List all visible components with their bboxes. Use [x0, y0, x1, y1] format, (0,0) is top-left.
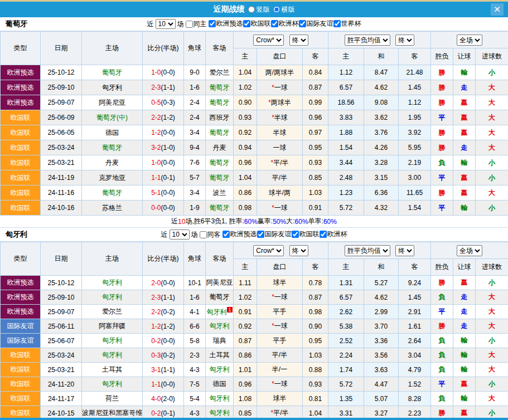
- same-venue-filter[interactable]: 同客: [200, 230, 221, 240]
- goals-cell: 大: [476, 319, 508, 334]
- handicap-result-cell: 走: [453, 305, 476, 319]
- avg-time-select[interactable]: 终: [395, 35, 414, 46]
- result-cell: 勝: [431, 125, 453, 140]
- bookmaker-select[interactable]: Crow*: [253, 245, 284, 256]
- league-checkbox[interactable]: [299, 20, 306, 27]
- bookmaker-select[interactable]: Crow*: [253, 35, 284, 46]
- layout-horizontal-option[interactable]: 横版: [273, 5, 295, 14]
- avg-draw-cell: 3.15: [364, 170, 399, 185]
- result-cell: 平: [431, 201, 453, 216]
- avg-draw-cell: 5.27: [364, 276, 399, 290]
- league-filter[interactable]: 欧洲预选: [209, 19, 243, 28]
- league-checkbox[interactable]: [257, 231, 264, 238]
- avg-type-select[interactable]: 胜平负均值: [345, 35, 390, 46]
- avg-time-select[interactable]: 终: [395, 245, 414, 256]
- odds-time-select[interactable]: 终: [289, 35, 308, 46]
- home-odds-cell: 0.87: [234, 334, 257, 348]
- league-filter[interactable]: 世界杯: [333, 19, 361, 28]
- close-icon[interactable]: ✕: [491, 3, 504, 16]
- league-filter[interactable]: 欧国联: [292, 229, 320, 239]
- same-venue-checkbox[interactable]: [200, 231, 207, 238]
- league-cell: 欧国联: [1, 110, 41, 125]
- col-goals: 进球数: [476, 259, 508, 276]
- horizontal-radio[interactable]: [273, 6, 280, 13]
- league-filter[interactable]: 国际友谊: [257, 229, 292, 239]
- portugal-summary: 近10场,胜6平3负1, 胜率:60% 赢率:50% 大:60% 单率:60%: [0, 216, 508, 228]
- corners-cell: 10-1: [184, 276, 206, 290]
- red-card-badge: 1: [227, 307, 232, 312]
- result-cell: 勝: [431, 185, 453, 201]
- avg-draw-cell: 3.36: [364, 334, 399, 348]
- match-row: 欧国联25-06-09葡萄牙(中)2-2(1-2)2-4西班牙0.93*半球0.…: [1, 110, 508, 125]
- away-team-cell: 土耳其: [206, 348, 234, 363]
- scope-select[interactable]: 全场: [457, 35, 482, 46]
- odds-time-select[interactable]: 终: [289, 245, 308, 256]
- scope-group-header: 全场: [431, 32, 508, 48]
- away-team-cell: 葡萄牙: [206, 95, 234, 110]
- vertical-radio[interactable]: [248, 6, 255, 13]
- handicap-cell: 平手: [257, 334, 303, 348]
- league-checkbox[interactable]: [243, 20, 250, 27]
- col-home: 主场: [82, 242, 143, 276]
- scope-select[interactable]: 全场: [457, 245, 482, 256]
- league-filter[interactable]: 欧国联: [243, 19, 271, 28]
- away-team-cell: 葡萄牙: [206, 80, 234, 95]
- home-team-cell: 苏格兰: [82, 201, 143, 216]
- handicap-result-cell: 輸: [453, 65, 476, 80]
- corners-cell: 5-7: [184, 170, 206, 185]
- league-cell: 欧国联: [1, 348, 41, 363]
- same-venue-filter[interactable]: 同主: [186, 19, 207, 29]
- corners-cell: 3-4: [184, 125, 206, 140]
- away-team-cell: 葡萄牙: [206, 201, 234, 216]
- result-cell: 負: [431, 348, 453, 363]
- col-away: 客场: [206, 32, 234, 65]
- handicap-result-cell: 贏: [453, 125, 476, 140]
- avg-home-cell: 2.24: [328, 348, 364, 363]
- result-cell: 負: [431, 155, 453, 170]
- home-team-cell: 匈牙利: [82, 80, 143, 95]
- handicap-cell: *一球: [257, 377, 303, 392]
- league-checkbox[interactable]: [209, 20, 216, 27]
- avg-away-cell: 5.95: [399, 140, 431, 155]
- away-team-cell: 阿美尼亚: [206, 276, 234, 290]
- recent-record-window: 近期战绩 竖版 横版 ✕ 葡萄牙 近 10 场 同主 欧洲预选欧国联欧洲杯国际友…: [0, 0, 508, 420]
- avg-home-cell: 5.38: [328, 319, 364, 334]
- match-row: 欧洲预选25-09-07爱尔兰2-2(0-2)4-1匈牙利10.91平手0.98…: [1, 305, 508, 319]
- bottom-strip: [0, 418, 508, 420]
- date-cell: 25-06-11: [41, 319, 82, 334]
- away-odds-cell: 0.99: [303, 95, 328, 110]
- scope-group-header: 全场: [431, 242, 508, 259]
- home-odds-cell: 0.91: [234, 305, 257, 319]
- league-filter[interactable]: 欧洲杯: [271, 19, 299, 28]
- league-filter[interactable]: 欧洲预选: [222, 229, 257, 239]
- league-filter[interactable]: 欧洲杯: [320, 229, 347, 239]
- match-row: 欧洲预选25-09-10匈牙利2-3(1-1)1-6葡萄牙1.02*一球0.87…: [1, 290, 508, 305]
- home-odds-cell: 0.86: [234, 185, 257, 201]
- same-venue-checkbox[interactable]: [186, 21, 193, 28]
- col-type: 类型: [1, 32, 41, 65]
- goals-cell: 小: [476, 377, 508, 392]
- recent-count-select[interactable]: 10: [170, 229, 190, 240]
- avg-draw-cell: 3.56: [364, 348, 399, 363]
- match-row: 欧洲预选25-09-07阿美尼亚0-5(0-3)2-4葡萄牙0.90*两球半0.…: [1, 95, 508, 110]
- league-filter[interactable]: 国际友谊: [299, 19, 333, 28]
- recent-count-select[interactable]: 10: [156, 19, 176, 29]
- avg-away-cell: 11.65: [399, 185, 431, 201]
- league-checkbox[interactable]: [222, 231, 230, 238]
- match-row: 欧国联25-03-21丹麦1-0(0-0)7-6葡萄牙0.96*平/半0.933…: [1, 155, 508, 170]
- col-avg-away: 客: [399, 48, 431, 65]
- away-odds-cell: 0.78: [303, 276, 328, 290]
- avg-away-cell: 3.92: [399, 125, 431, 140]
- avg-type-select[interactable]: 胜平负均值: [345, 245, 390, 256]
- league-checkbox[interactable]: [320, 231, 327, 238]
- league-checkbox[interactable]: [292, 231, 299, 238]
- league-checkbox[interactable]: [333, 20, 341, 27]
- avg-home-cell: 5.72: [328, 201, 364, 216]
- layout-vertical-option[interactable]: 竖版: [248, 5, 270, 14]
- away-odds-cell: 1.03: [303, 348, 328, 363]
- col-date: 日期: [41, 32, 82, 65]
- league-checkbox[interactable]: [271, 20, 278, 27]
- date-cell: 24-11-20: [41, 377, 82, 392]
- corners-cell: 6-6: [184, 319, 206, 334]
- result-cell: 勝: [431, 319, 453, 334]
